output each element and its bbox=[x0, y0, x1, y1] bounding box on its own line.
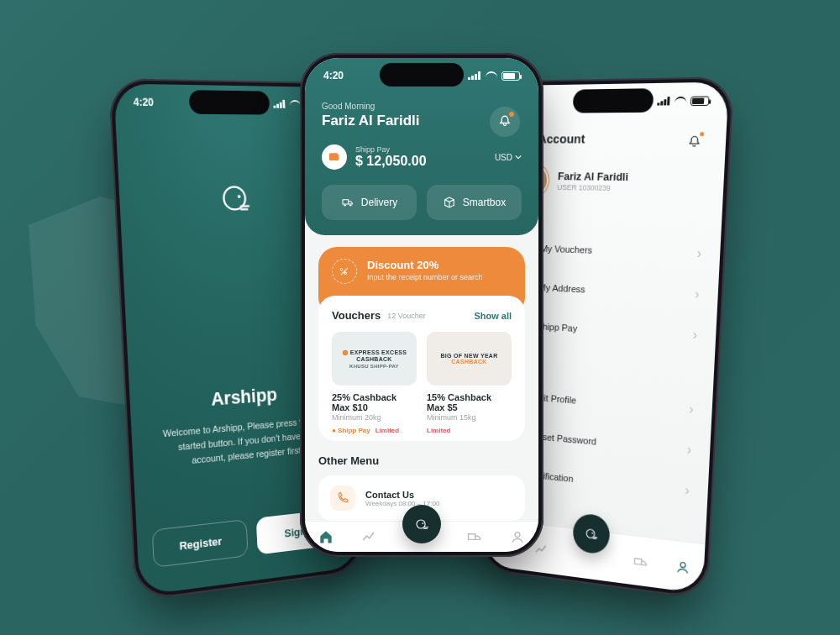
user-icon bbox=[674, 557, 691, 576]
svg-point-4 bbox=[349, 204, 351, 206]
chevron-right-icon: › bbox=[696, 246, 701, 262]
dynamic-island bbox=[189, 90, 270, 114]
wifi-icon bbox=[486, 71, 497, 80]
other-heading: Other Menu bbox=[318, 454, 525, 467]
voucher-tag: Limited bbox=[375, 427, 399, 434]
vouchers-section: Vouchers 12 Voucher Show all EXPRESS EXC… bbox=[318, 296, 525, 441]
vouchers-heading: Vouchers bbox=[332, 309, 381, 322]
truck-icon bbox=[341, 196, 354, 209]
tab-shipping[interactable] bbox=[465, 527, 484, 546]
voucher-image: EXPRESS EXCESS CASHBACK KHUSU SHIPP-PAY bbox=[332, 332, 417, 386]
svg-point-1 bbox=[238, 195, 241, 198]
svg-point-8 bbox=[422, 522, 423, 524]
discount-icon bbox=[332, 259, 357, 284]
truck-icon bbox=[632, 552, 648, 571]
svg-rect-2 bbox=[329, 153, 338, 155]
voucher-subtitle: Minimum 15kg bbox=[427, 413, 512, 422]
tab-profile[interactable] bbox=[673, 556, 692, 577]
profile-id: USER 10300239 bbox=[557, 183, 627, 192]
svg-point-17 bbox=[591, 533, 593, 534]
track-icon bbox=[412, 515, 431, 533]
currency-selector[interactable]: USD bbox=[495, 153, 522, 162]
tab-profile[interactable] bbox=[508, 527, 527, 546]
chevron-right-icon: › bbox=[685, 482, 690, 498]
svg-point-15 bbox=[680, 562, 685, 568]
dynamic-island bbox=[380, 63, 464, 87]
battery-icon bbox=[690, 96, 710, 106]
chevron-right-icon: › bbox=[695, 286, 700, 302]
app-name: Arshipp bbox=[211, 384, 278, 411]
register-button[interactable]: Register bbox=[152, 519, 249, 568]
voucher-subtitle: Minimum 20kg bbox=[332, 413, 417, 422]
svg-point-5 bbox=[342, 349, 347, 354]
notification-dot bbox=[509, 112, 514, 117]
promo-subtitle: Input the receipt number or search bbox=[367, 273, 483, 281]
phone-home: 4:20 Good Morning Fariz Al Faridli Shipp… bbox=[300, 53, 543, 557]
vouchers-show-all[interactable]: Show all bbox=[474, 311, 512, 321]
dynamic-island bbox=[573, 88, 654, 113]
voucher-card[interactable]: BIG OF NEW YEAR CASHBACK 15% Cashback Ma… bbox=[427, 332, 512, 434]
chart-icon bbox=[533, 540, 549, 559]
chart-icon bbox=[360, 528, 377, 545]
notification-dot bbox=[700, 132, 704, 136]
phone-icon bbox=[330, 485, 355, 511]
profile-row[interactable]: Fariz Al Faridli USER 10300239 bbox=[517, 164, 706, 200]
tab-bar bbox=[305, 521, 538, 552]
voucher-tag: ● Shipp Pay bbox=[332, 427, 370, 434]
tab-home[interactable] bbox=[317, 527, 335, 546]
voucher-tag: Limited bbox=[427, 427, 450, 434]
tab-activity[interactable] bbox=[360, 527, 378, 546]
truck-icon bbox=[466, 528, 483, 545]
profile-name: Fariz Al Faridli bbox=[558, 170, 629, 183]
svg-point-3 bbox=[344, 204, 345, 206]
group-label: Account bbox=[516, 215, 703, 228]
voucher-title: 15% Cashback Max $5 bbox=[427, 392, 512, 412]
balance-value: $ 12,050.00 bbox=[355, 154, 427, 169]
app-logo-icon bbox=[215, 179, 254, 218]
user-icon bbox=[509, 528, 526, 545]
smartbox-button[interactable]: Smartbox bbox=[427, 185, 522, 220]
wifi-icon bbox=[290, 100, 301, 108]
greeting-label: Good Morning bbox=[322, 102, 522, 111]
notifications-button[interactable] bbox=[490, 107, 520, 137]
page-title: My Account bbox=[519, 131, 707, 146]
chevron-right-icon: › bbox=[689, 401, 694, 417]
notifications-button[interactable] bbox=[681, 129, 708, 155]
signal-icon bbox=[468, 71, 481, 80]
svg-point-6 bbox=[515, 533, 520, 538]
bell-icon bbox=[686, 134, 702, 150]
voucher-image: BIG OF NEW YEAR CASHBACK bbox=[427, 332, 512, 386]
status-time: 4:20 bbox=[323, 70, 344, 81]
box-icon bbox=[443, 196, 456, 209]
home-icon bbox=[318, 528, 334, 545]
promo-title: Discount 20% bbox=[367, 259, 483, 271]
status-time: 4:20 bbox=[133, 96, 154, 108]
battery-icon bbox=[501, 71, 520, 81]
voucher-title: 25% Cashback Max $10 bbox=[332, 392, 417, 412]
chevron-down-icon bbox=[515, 154, 522, 160]
tab-shipping[interactable] bbox=[631, 551, 649, 572]
delivery-button[interactable]: Delivery bbox=[322, 185, 417, 220]
chevron-right-icon: › bbox=[692, 327, 697, 343]
track-icon bbox=[582, 523, 601, 543]
voucher-card[interactable]: EXPRESS EXCESS CASHBACK KHUSU SHIPP-PAY … bbox=[332, 332, 417, 434]
signal-icon bbox=[657, 97, 670, 105]
fab-track[interactable] bbox=[402, 505, 441, 543]
chevron-right-icon: › bbox=[686, 442, 691, 458]
vouchers-count: 12 Voucher bbox=[387, 312, 426, 320]
wallet-icon bbox=[322, 144, 347, 170]
signal-icon bbox=[273, 100, 286, 108]
contact-title: Contact Us bbox=[365, 490, 439, 500]
wifi-icon bbox=[675, 97, 686, 105]
balance-label: Shipp Pay bbox=[355, 145, 427, 154]
fab-track[interactable] bbox=[572, 512, 611, 555]
